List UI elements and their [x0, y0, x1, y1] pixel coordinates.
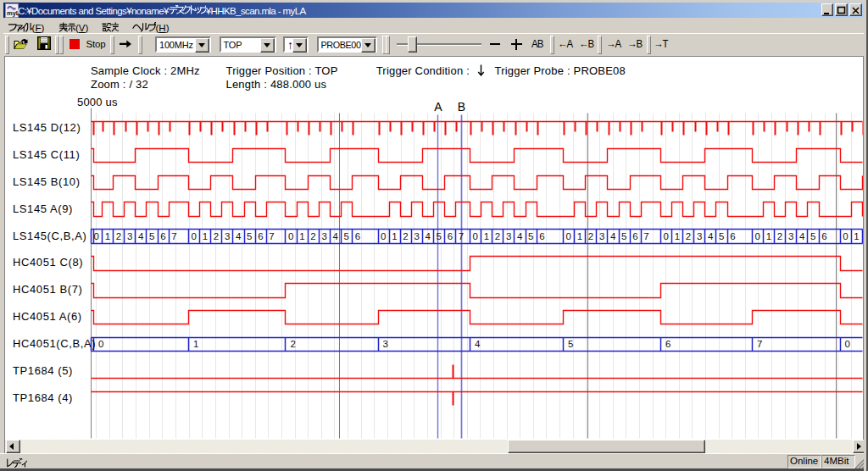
svg-text:2: 2: [686, 231, 691, 241]
svg-text:1: 1: [854, 231, 859, 241]
svg-text:0: 0: [473, 231, 478, 241]
svg-text:1: 1: [577, 231, 582, 241]
svg-text:5: 5: [247, 231, 252, 241]
svg-text:B: B: [458, 100, 465, 114]
svg-text:2: 2: [403, 231, 408, 241]
svg-text:1: 1: [299, 231, 304, 241]
svg-text:5: 5: [344, 231, 349, 241]
svg-text:LS145 B(10): LS145 B(10): [13, 175, 81, 188]
svg-text:5: 5: [149, 231, 154, 241]
svg-text:Zoom : / 32: Zoom : / 32: [91, 78, 148, 91]
svg-text:4: 4: [236, 231, 242, 241]
svg-text:HC4051(C,B,A): HC4051(C,B,A): [13, 337, 96, 350]
svg-text:6: 6: [632, 231, 637, 241]
svg-text:0: 0: [843, 231, 848, 241]
svg-text:1: 1: [766, 231, 771, 241]
svg-text:Trigger Probe : PROBE08: Trigger Probe : PROBE08: [495, 64, 626, 77]
svg-text:1: 1: [484, 231, 489, 241]
svg-text:5: 5: [810, 231, 815, 241]
svg-text:4: 4: [425, 231, 431, 241]
svg-text:4: 4: [332, 231, 338, 241]
svg-text:4: 4: [799, 231, 805, 241]
svg-text:Trigger Position : TOP: Trigger Position : TOP: [226, 64, 338, 77]
svg-text:A: A: [434, 100, 442, 114]
svg-text:0: 0: [381, 231, 386, 241]
svg-text:0: 0: [98, 339, 103, 349]
svg-text:3: 3: [383, 339, 388, 349]
svg-text:0: 0: [755, 231, 760, 241]
svg-text:5: 5: [437, 231, 442, 241]
svg-text:3: 3: [414, 231, 419, 241]
svg-text:4: 4: [138, 231, 144, 241]
svg-text:3: 3: [788, 231, 793, 241]
svg-text:5000 us: 5000 us: [77, 96, 118, 108]
svg-text:3: 3: [127, 231, 132, 241]
svg-text:TP1684 (5): TP1684 (5): [13, 364, 73, 377]
svg-text:4: 4: [475, 339, 481, 349]
svg-text:3: 3: [225, 231, 230, 241]
svg-text:7: 7: [643, 231, 648, 241]
svg-text:LS145(C,B,A): LS145(C,B,A): [13, 230, 86, 242]
svg-text:3: 3: [506, 231, 511, 241]
svg-text:2: 2: [116, 231, 121, 241]
svg-text:HC4051 C(8): HC4051 C(8): [13, 256, 83, 269]
svg-text:HC4051 A(6): HC4051 A(6): [13, 310, 82, 323]
svg-text:0: 0: [845, 339, 850, 349]
svg-text:6: 6: [448, 231, 453, 241]
svg-text:0: 0: [192, 231, 197, 241]
svg-text:5: 5: [528, 231, 533, 241]
svg-text:6: 6: [160, 231, 165, 241]
svg-text:1: 1: [675, 231, 680, 241]
svg-text:Sample Clock : 2MHz: Sample Clock : 2MHz: [91, 64, 200, 77]
svg-text:1: 1: [105, 231, 110, 241]
svg-text:6: 6: [355, 231, 360, 241]
svg-text:6: 6: [730, 231, 735, 241]
svg-text:1: 1: [392, 231, 397, 241]
svg-text:3: 3: [599, 231, 604, 241]
svg-text:Length : 488.000 us: Length : 488.000 us: [226, 78, 327, 91]
svg-text:5: 5: [568, 339, 573, 349]
svg-text:LS145 C(11): LS145 C(11): [13, 148, 80, 161]
svg-text:3: 3: [697, 231, 702, 241]
svg-text:7: 7: [459, 231, 464, 241]
svg-text:7: 7: [171, 231, 176, 241]
svg-text:7: 7: [757, 339, 762, 349]
svg-text:6: 6: [539, 231, 544, 241]
svg-text:0: 0: [664, 231, 669, 241]
svg-text:3: 3: [321, 231, 326, 241]
svg-text:LS145 A(9): LS145 A(9): [13, 202, 73, 215]
svg-text:4: 4: [517, 231, 523, 241]
svg-text:1: 1: [203, 231, 208, 241]
svg-text:2: 2: [214, 231, 219, 241]
svg-text:4: 4: [708, 231, 714, 241]
svg-text:HC4051 B(7): HC4051 B(7): [13, 283, 82, 296]
svg-text:TP1684 (4): TP1684 (4): [13, 391, 73, 404]
svg-text:6: 6: [665, 339, 670, 349]
svg-text:5: 5: [719, 231, 724, 241]
svg-text:6: 6: [821, 231, 826, 241]
svg-text:2: 2: [495, 231, 500, 241]
svg-text:7: 7: [269, 231, 274, 241]
svg-text:2: 2: [310, 231, 315, 241]
svg-text:0: 0: [288, 231, 293, 241]
svg-text:1: 1: [193, 339, 198, 349]
svg-text:2: 2: [291, 339, 296, 349]
svg-text:LS145 D(12): LS145 D(12): [13, 121, 81, 134]
svg-text:4: 4: [610, 231, 616, 241]
svg-text:2: 2: [588, 231, 593, 241]
svg-text:0: 0: [94, 231, 99, 241]
svg-text:5: 5: [621, 231, 626, 241]
svg-text:Trigger Condition :: Trigger Condition :: [376, 64, 470, 77]
svg-text:6: 6: [258, 231, 263, 241]
svg-text:myLA: myLA: [7, 9, 19, 17]
svg-text:2: 2: [777, 231, 782, 241]
svg-text:0: 0: [566, 231, 571, 241]
